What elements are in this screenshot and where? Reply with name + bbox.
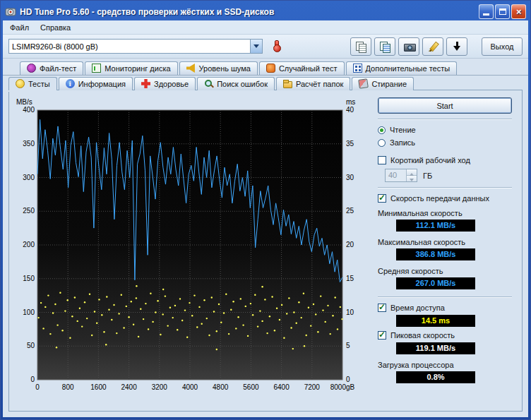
tab-label: Тесты bbox=[28, 80, 50, 88]
svg-text:4800: 4800 bbox=[213, 383, 229, 391]
start-button[interactable]: Start bbox=[378, 97, 512, 114]
svg-text:5: 5 bbox=[346, 342, 350, 349]
tab-label: Информация bbox=[78, 80, 126, 88]
short-stroke-size-row: 40 ГБ bbox=[385, 169, 512, 182]
tab-error-scan[interactable]: Поиск ошибок bbox=[197, 77, 275, 90]
svg-text:50: 50 bbox=[27, 342, 35, 349]
menu-file[interactable]: Файл bbox=[4, 22, 35, 33]
write-radio[interactable]: Запись bbox=[378, 138, 512, 147]
app-icon bbox=[5, 6, 16, 18]
checkbox-icon bbox=[378, 156, 386, 164]
short-stroke-label: Короткий рабочий ход bbox=[390, 156, 470, 164]
tab-row-secondary: Файл-тестМониторинг дискаУровень шумаСлу… bbox=[3, 59, 528, 76]
app-window: HD Tune Pro 5.60 - средство проверки жёс… bbox=[0, 0, 531, 420]
screenshot-button[interactable] bbox=[398, 37, 419, 56]
svg-text:35: 35 bbox=[346, 140, 354, 148]
menu-help[interactable]: Справка bbox=[35, 22, 76, 33]
speaker-icon bbox=[186, 64, 196, 73]
annotate-button[interactable] bbox=[422, 37, 443, 56]
temperature-button[interactable] bbox=[268, 37, 285, 56]
transfer-speed-label: Скорость передачи данных bbox=[390, 194, 489, 203]
svg-text:1600: 1600 bbox=[90, 383, 107, 391]
svg-text:0: 0 bbox=[30, 376, 35, 383]
spin-down-icon[interactable] bbox=[407, 176, 417, 181]
read-radio[interactable]: Чтение bbox=[378, 126, 512, 134]
tab-erase[interactable]: Стирание bbox=[352, 77, 414, 90]
tab-label: Поиск ошибок bbox=[217, 80, 268, 88]
tab-label: Файл-тест bbox=[40, 64, 76, 73]
checkbox-icon bbox=[378, 331, 386, 340]
close-button[interactable]: × bbox=[511, 4, 526, 19]
min-speed-value: 112.1 MB/s bbox=[396, 220, 475, 232]
avg-speed-value: 267.0 MB/s bbox=[396, 277, 475, 289]
random-icon bbox=[266, 64, 275, 73]
chart-area: 0800160024003200400048005600640072008000… bbox=[11, 96, 369, 408]
maximize-button[interactable] bbox=[495, 4, 510, 19]
toolbar-actions: Выход bbox=[350, 37, 523, 56]
svg-text:15: 15 bbox=[346, 275, 354, 282]
tab-disk-monitor[interactable]: Мониторинг диска bbox=[85, 61, 177, 75]
short-stroke-size-input[interactable]: 40 bbox=[385, 169, 417, 182]
pen-icon bbox=[427, 41, 439, 52]
tab-label: Уровень шума bbox=[199, 64, 251, 73]
tab-tests[interactable]: Тесты bbox=[8, 77, 57, 90]
benchmark-panel: 0800160024003200400048005600640072008000… bbox=[8, 90, 523, 412]
chevron-down-icon bbox=[253, 44, 259, 51]
gauge-icon bbox=[27, 64, 36, 73]
right-axis-title: ms bbox=[346, 98, 355, 106]
copy-text-button[interactable] bbox=[350, 37, 371, 56]
save-arrow-icon bbox=[451, 41, 463, 52]
title-bar[interactable]: HD Tune Pro 5.60 - средство проверки жёс… bbox=[3, 3, 528, 20]
cpu-usage-value: 0.8% bbox=[396, 371, 475, 383]
short-stroke-checkbox[interactable]: Короткий рабочий ход bbox=[378, 156, 512, 164]
svg-text:20: 20 bbox=[346, 241, 354, 248]
svg-text:4000: 4000 bbox=[182, 383, 198, 391]
drive-select[interactable]: LSIMR9260-8i (8000 gB) bbox=[8, 39, 263, 54]
burst-rate-value: 119.1 MB/s bbox=[396, 342, 475, 354]
burst-rate-checkbox[interactable]: Пиковая скорость bbox=[378, 331, 512, 340]
checkbox-icon bbox=[378, 304, 386, 312]
tab-extra-tests[interactable]: Дополнительные тесты bbox=[346, 61, 458, 75]
write-label: Запись bbox=[390, 138, 415, 147]
tab-health[interactable]: Здоровье bbox=[134, 77, 196, 90]
access-time-checkbox[interactable]: Время доступа bbox=[378, 304, 512, 312]
svg-text:3200: 3200 bbox=[152, 383, 168, 391]
info-icon bbox=[66, 79, 75, 88]
copy-image-button[interactable] bbox=[374, 37, 395, 56]
avg-speed-label: Средняя скорость bbox=[378, 267, 512, 275]
svg-text:200: 200 bbox=[23, 241, 35, 248]
read-label: Чтение bbox=[390, 126, 416, 134]
bulb-icon bbox=[16, 79, 25, 88]
exit-button[interactable]: Выход bbox=[482, 37, 523, 56]
short-stroke-size-value: 40 bbox=[386, 169, 406, 181]
monitor-icon bbox=[92, 64, 101, 73]
thermometer-icon bbox=[273, 40, 280, 52]
svg-text:350: 350 bbox=[23, 140, 35, 148]
tab-info[interactable]: Информация bbox=[59, 77, 133, 90]
min-speed-label: Минимальная скорость bbox=[378, 209, 512, 217]
tab-noise-level[interactable]: Уровень шума bbox=[179, 61, 258, 75]
spinner-buttons[interactable] bbox=[406, 169, 417, 181]
close-icon: × bbox=[512, 6, 525, 18]
checkbox-icon bbox=[378, 194, 386, 203]
tab-random-test[interactable]: Случайный тест bbox=[259, 61, 345, 75]
erase-icon bbox=[359, 78, 369, 89]
divider bbox=[378, 187, 512, 188]
spin-up-icon[interactable] bbox=[407, 169, 417, 176]
svg-text:150: 150 bbox=[23, 275, 35, 282]
copy-image-icon bbox=[379, 41, 391, 52]
camera-icon bbox=[403, 41, 415, 52]
tab-file-test[interactable]: Файл-тест bbox=[20, 61, 83, 75]
tab-folder-usage[interactable]: Расчёт папок bbox=[276, 77, 350, 90]
transfer-speed-checkbox[interactable]: Скорость передачи данных bbox=[378, 194, 512, 203]
search-icon bbox=[204, 79, 213, 88]
svg-text:0: 0 bbox=[346, 376, 350, 383]
radio-icon bbox=[378, 139, 386, 147]
svg-text:400: 400 bbox=[23, 106, 35, 114]
combo-dropdown-button[interactable] bbox=[250, 40, 262, 53]
save-button[interactable] bbox=[446, 37, 467, 56]
svg-text:6400: 6400 bbox=[273, 383, 290, 391]
cpu-usage-label: Загрузка процессора bbox=[378, 361, 512, 369]
gb-unit-label: ГБ bbox=[423, 172, 432, 180]
minimize-button[interactable] bbox=[479, 4, 494, 19]
